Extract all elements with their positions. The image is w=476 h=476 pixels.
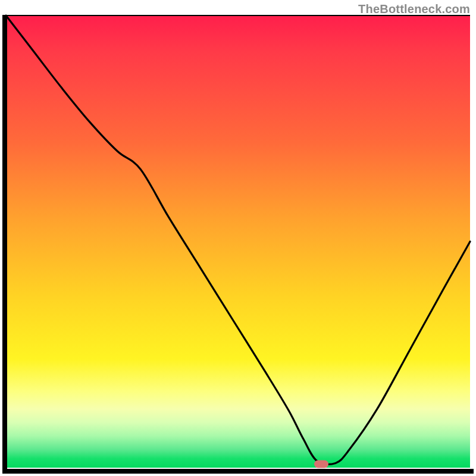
optimal-point-marker [314, 460, 328, 468]
axis-bottom [2, 469, 474, 474]
chart-frame: TheBottleneck.com [0, 0, 476, 476]
plot-area [6, 15, 470, 468]
watermark-text: TheBottleneck.com [358, 2, 470, 16]
axis-top [6, 15, 470, 16]
bottleneck-curve [6, 15, 470, 468]
axis-left [2, 15, 7, 474]
